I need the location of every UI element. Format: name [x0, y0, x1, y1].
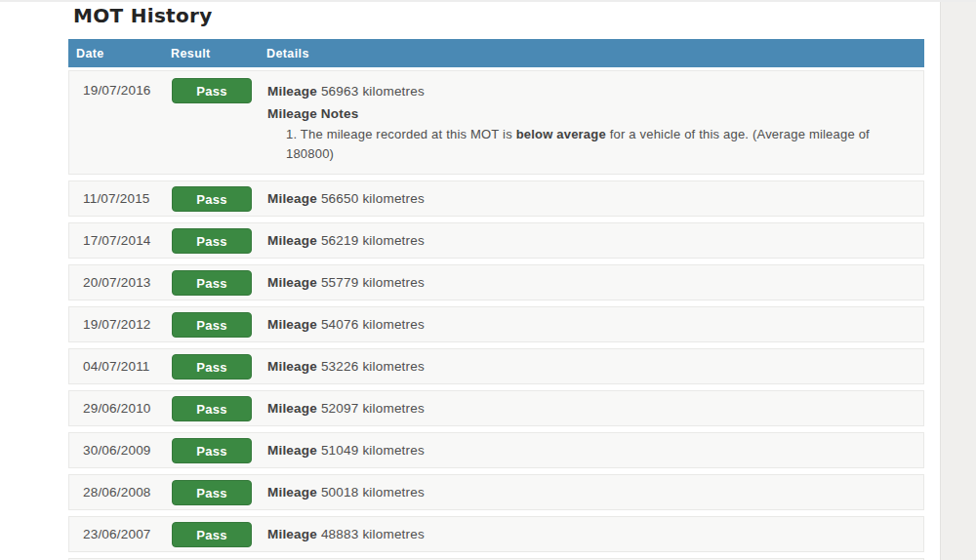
result-cell: Pass: [172, 270, 267, 296]
mot-history-table: Date Result Details 19/07/2016 Pass Mile…: [68, 39, 924, 560]
page-right-margin: [940, 2, 976, 560]
mileage-label: Mileage: [267, 317, 317, 332]
result-badge: Pass: [172, 480, 252, 505]
mileage-note: 1. The mileage recorded at this MOT is b…: [267, 125, 914, 164]
mileage-line: Mileage 56219 kilometres: [267, 230, 914, 251]
mileage-value: 56219: [321, 233, 359, 248]
mileage-line: Mileage 56650 kilometres: [267, 188, 914, 209]
result-badge: Pass: [172, 312, 252, 338]
mileage-value: 50018: [321, 485, 359, 500]
mot-date: 23/06/2007: [69, 527, 172, 541]
mot-date: 11/07/2015: [69, 191, 172, 206]
result-badge: Pass: [172, 228, 252, 254]
result-cell: Pass: [172, 396, 267, 421]
result-badge: Pass: [172, 522, 252, 547]
mileage-label: Mileage: [267, 275, 317, 290]
mileage-value: 52097: [321, 401, 359, 416]
mileage-value: 56650: [321, 191, 359, 206]
table-header-row: Date Result Details: [68, 39, 924, 67]
table-row: 30/06/2009 Pass Mileage 51049 kilometres: [68, 432, 924, 468]
mot-history-page: MOT History Date Result Details 19/07/20…: [0, 0, 976, 560]
mileage-line: Mileage 48883 kilometres: [267, 524, 914, 544]
result-badge: Pass: [172, 438, 252, 463]
mileage-value: 56963: [321, 84, 359, 99]
result-badge: Pass: [172, 78, 252, 103]
mileage-line: Mileage 56963 kilometres: [267, 78, 914, 101]
mileage-label: Mileage: [267, 401, 317, 416]
mileage-note-bold: below average: [516, 127, 606, 141]
details-cell: Mileage 55779 kilometres: [267, 272, 923, 293]
result-cell: Pass: [172, 438, 267, 463]
mileage-line: Mileage 55779 kilometres: [267, 272, 914, 293]
result-badge: Pass: [172, 354, 252, 380]
mot-date: 17/07/2014: [69, 233, 172, 248]
details-cell: Mileage 54076 kilometres: [267, 314, 923, 335]
mileage-label: Mileage: [267, 233, 317, 248]
details-cell: Mileage 56963 kilometres Mileage Notes 1…: [267, 78, 923, 164]
table-row: 04/07/2011 Pass Mileage 53226 kilometres: [68, 348, 924, 384]
mot-date: 28/06/2008: [69, 485, 172, 500]
mileage-label: Mileage: [267, 191, 317, 206]
mileage-value: 53226: [321, 359, 359, 374]
mileage-unit: kilometres: [362, 275, 425, 290]
details-cell: Mileage 50018 kilometres: [267, 482, 923, 502]
mileage-unit: kilometres: [362, 443, 425, 458]
mileage-label: Mileage: [267, 527, 317, 541]
details-cell: Mileage 53226 kilometres: [267, 356, 923, 377]
mot-date: 04/07/2011: [69, 359, 172, 374]
details-cell: Mileage 48883 kilometres: [267, 524, 923, 544]
mileage-value: 51049: [321, 443, 359, 458]
mileage-label: Mileage: [267, 485, 317, 500]
page-title: MOT History: [73, 4, 213, 27]
table-row: 23/06/2007 Pass Mileage 48883 kilometres: [68, 516, 924, 552]
table-row: 11/07/2015 Pass Mileage 56650 kilometres: [68, 180, 924, 217]
result-cell: Pass: [172, 312, 267, 338]
mileage-notes-label: Mileage Notes: [267, 103, 914, 125]
details-cell: Mileage 56650 kilometres: [267, 188, 923, 209]
mot-date: 29/06/2010: [69, 401, 172, 416]
mot-date: 30/06/2009: [69, 443, 172, 458]
result-badge: Pass: [172, 396, 252, 421]
mileage-unit: kilometres: [362, 527, 425, 541]
mileage-value: 54076: [321, 317, 359, 332]
mileage-label: Mileage: [267, 84, 317, 99]
mot-date: 20/07/2013: [69, 275, 172, 290]
result-cell: Pass: [172, 78, 267, 103]
column-header-date: Date: [68, 47, 171, 60]
mot-date: 19/07/2016: [69, 78, 172, 98]
result-cell: Pass: [172, 354, 267, 380]
column-header-details: Details: [266, 47, 924, 60]
mileage-unit: kilometres: [362, 317, 425, 332]
table-row: 19/07/2016 Pass Mileage 56963 kilometres…: [68, 70, 924, 175]
result-cell: Pass: [172, 228, 267, 254]
details-cell: Mileage 51049 kilometres: [267, 440, 923, 460]
mileage-label: Mileage: [267, 359, 317, 374]
mileage-note-text: 1. The mileage recorded at this MOT is: [286, 127, 516, 141]
mileage-value: 55779: [321, 275, 359, 290]
table-row: 19/07/2012 Pass Mileage 54076 kilometres: [68, 306, 924, 342]
mileage-unit: kilometres: [362, 191, 425, 206]
mileage-value: 48883: [321, 527, 359, 541]
column-header-result: Result: [171, 47, 266, 60]
mileage-unit: kilometres: [362, 401, 425, 416]
result-cell: Pass: [172, 522, 267, 547]
table-row: 29/06/2010 Pass Mileage 52097 kilometres: [68, 390, 924, 426]
mileage-label: Mileage: [267, 443, 317, 458]
details-cell: Mileage 52097 kilometres: [267, 398, 923, 419]
mileage-unit: kilometres: [362, 233, 425, 248]
mileage-unit: kilometres: [362, 359, 425, 374]
result-badge: Pass: [172, 186, 252, 212]
mileage-unit: kilometres: [362, 84, 425, 99]
mileage-line: Mileage 54076 kilometres: [267, 314, 914, 335]
mot-date: 19/07/2012: [69, 317, 172, 332]
mileage-unit: kilometres: [362, 485, 425, 500]
result-cell: Pass: [172, 186, 267, 212]
table-row: 28/06/2008 Pass Mileage 50018 kilometres: [68, 474, 924, 510]
mileage-line: Mileage 53226 kilometres: [267, 356, 914, 377]
result-cell: Pass: [172, 480, 267, 505]
result-badge: Pass: [172, 270, 252, 296]
details-cell: Mileage 56219 kilometres: [267, 230, 923, 251]
mileage-line: Mileage 50018 kilometres: [267, 482, 914, 502]
mileage-line: Mileage 52097 kilometres: [267, 398, 914, 419]
mileage-line: Mileage 51049 kilometres: [267, 440, 914, 460]
